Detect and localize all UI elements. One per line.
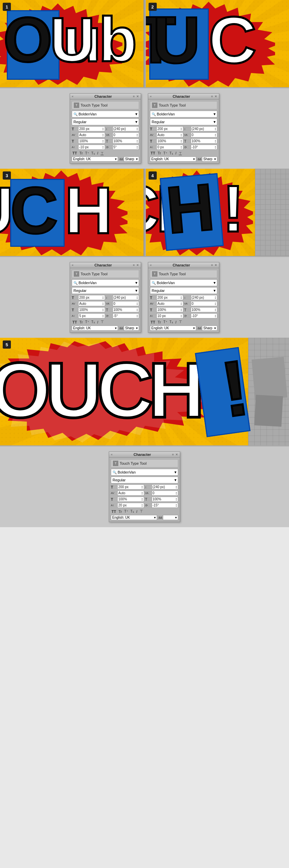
baseline-input-3[interactable]: 5 px ▲▼ (78, 313, 105, 318)
track-input-2[interactable]: 0 ▲▼ (191, 132, 218, 137)
leading-input-3[interactable]: (240 px) ▲▼ (113, 295, 139, 300)
hscale-input-5[interactable]: 100% ▲▼ (117, 497, 144, 502)
tt-btn-TT-4[interactable]: TT (150, 320, 156, 325)
cp-expand-icon-3[interactable]: « (72, 263, 73, 267)
tt-btn-Tr-5[interactable]: Tr (118, 509, 122, 514)
font-style-1[interactable]: Regular ▾ (72, 118, 139, 125)
aa-select-1[interactable]: Sharp ▾ (124, 156, 139, 162)
tt-btn-Tplus-2[interactable]: T⁺ (163, 151, 168, 155)
tt-btn-line-2[interactable]: ⊤ (178, 151, 183, 155)
kern-input-1[interactable]: Auto ▲▼ (78, 132, 105, 137)
tt-btn-T1-2[interactable]: T₁ (169, 151, 174, 155)
tt-btn-T1-4[interactable]: T₁ (169, 320, 174, 324)
tt-btn-I-2[interactable]: I (175, 151, 177, 155)
vscale-input-3[interactable]: 100% ▲▼ (113, 307, 139, 312)
rotation-input-3[interactable]: -5° ▲▼ (113, 313, 139, 318)
tt-btn-I-5[interactable]: I (136, 509, 138, 514)
menu-icon-3[interactable]: ≡ (133, 263, 135, 267)
double-arrow-icon-2[interactable]: « (150, 95, 152, 98)
tt-btn-TT-5[interactable]: TT (111, 509, 117, 514)
font-search-5[interactable]: 🔍 BoldenVan ▾ (111, 469, 178, 476)
font-search-4[interactable]: 🔍 BoldenVan ▾ (150, 279, 217, 286)
double-arrow-icon-5[interactable]: « (111, 453, 113, 456)
tt-btn-T1-5[interactable]: T₁ (130, 509, 135, 514)
language-select-3[interactable]: English: UK ▾ (72, 326, 118, 331)
track-input-3[interactable]: 0 ▲▼ (113, 301, 139, 306)
vscale-input-5[interactable]: 100% ▲▼ (152, 497, 178, 502)
font-search-1[interactable]: 🔍 BoldenVan ▾ (72, 111, 139, 117)
double-arrow-icon-4[interactable]: « (150, 263, 152, 267)
baseline-input-5[interactable]: 20 px ▲▼ (117, 503, 144, 508)
rotation-input-2[interactable]: -10° ▲▼ (191, 145, 218, 150)
leading-input-2[interactable]: (240 px) ▲▼ (191, 126, 218, 131)
font-size-input-3[interactable]: 200 px ▲▼ (78, 295, 105, 300)
language-select-5[interactable]: English: UK ▾ (111, 515, 157, 520)
font-dropdown-arrow-3[interactable]: ▾ (135, 280, 137, 285)
font-style-3[interactable]: Regular ▾ (72, 287, 139, 294)
font-size-input-5[interactable]: 200 px ▲▼ (117, 484, 144, 490)
aa-select-4[interactable]: Sharp ▾ (202, 326, 217, 331)
kern-input-2[interactable]: Auto ▲▼ (156, 132, 183, 137)
kern-input-4[interactable]: Auto ▲▼ (156, 301, 183, 306)
menu-icon-5[interactable]: ≡ (172, 453, 174, 456)
leading-input-5[interactable]: (240 px) ▲▼ (152, 484, 178, 490)
cp-expand-icon-4[interactable]: « (150, 263, 152, 267)
rotation-input-5[interactable]: -15° ▲▼ (152, 503, 178, 508)
rotation-input-1[interactable]: 5° ▲▼ (113, 145, 139, 150)
tt-btn-Tplus-3[interactable]: T⁺ (84, 320, 89, 324)
touch-type-tool-btn-3[interactable]: T Touch Type Tool (72, 270, 139, 278)
vscale-input-2[interactable]: 100% ▲▼ (191, 138, 218, 144)
tt-btn-T1-1[interactable]: T₁ (91, 151, 96, 155)
baseline-input-4[interactable]: 10 px ▲▼ (156, 313, 183, 318)
leading-input-4[interactable]: (240 px) ▲▼ (191, 295, 218, 300)
vscale-input-1[interactable]: 100% ▲▼ (113, 138, 139, 144)
menu-icon-2[interactable]: ≡ (211, 95, 213, 98)
baseline-input-1[interactable]: -10 px ▲▼ (78, 145, 105, 150)
font-style-5[interactable]: Regular ▾ (111, 477, 178, 483)
vscale-input-4[interactable]: 100% ▲▼ (191, 307, 218, 312)
cp-expand-icon-5[interactable]: « (111, 453, 113, 456)
tt-btn-Tr-2[interactable]: Tr (157, 151, 162, 155)
font-search-3[interactable]: 🔍 BoldenVan ▾ (72, 279, 139, 286)
font-dropdown-arrow-4[interactable]: ▾ (214, 280, 216, 285)
tt-btn-I-4[interactable]: I (175, 320, 177, 325)
tt-btn-Tplus-1[interactable]: T⁺ (84, 151, 89, 155)
tt-btn-Tr-1[interactable]: Tr (79, 151, 83, 155)
font-dropdown-arrow-2[interactable]: ▾ (214, 112, 216, 116)
font-style-2[interactable]: Regular ▾ (150, 118, 217, 125)
menu-icon-1[interactable]: ≡ (133, 95, 135, 98)
cp-expand-icon-1[interactable]: « (72, 95, 73, 98)
font-size-input-1[interactable]: 200 px ▲▼ (78, 126, 105, 131)
language-select-1[interactable]: English: UK ▾ (72, 156, 118, 162)
tt-btn-I-3[interactable]: I (97, 320, 99, 325)
leading-input-1[interactable]: (240 px) ▲▼ (113, 126, 139, 131)
double-arrow-icon-1[interactable]: « (72, 95, 73, 98)
hscale-input-1[interactable]: 100% ▲▼ (78, 138, 105, 144)
font-size-input-4[interactable]: 200 px ▲▼ (156, 295, 183, 300)
tt-btn-Tplus-5[interactable]: T⁺ (123, 509, 129, 514)
tt-btn-line-1[interactable]: ⊤ (100, 151, 104, 155)
tt-btn-line-5[interactable]: ⊤ (139, 509, 144, 514)
close-icon-2[interactable]: ✕ (215, 95, 217, 98)
language-select-2[interactable]: English: UK ▾ (150, 156, 196, 162)
tt-btn-Tr-3[interactable]: Tr (79, 320, 83, 325)
track-input-1[interactable]: 0 ▲▼ (113, 132, 139, 137)
font-style-4[interactable]: Regular ▾ (150, 287, 217, 294)
font-dropdown-arrow-1[interactable]: ▾ (135, 112, 137, 116)
touch-type-tool-btn-2[interactable]: T Touch Type Tool (150, 101, 217, 109)
tt-btn-TT-2[interactable]: TT (150, 151, 156, 155)
menu-icon-4[interactable]: ≡ (211, 263, 213, 267)
tt-btn-Tr-4[interactable]: Tr (157, 320, 162, 325)
track-input-4[interactable]: 0 ▲▼ (191, 301, 218, 306)
rotation-input-4[interactable]: -10° ▲▼ (191, 313, 218, 318)
hscale-input-2[interactable]: 100% ▲▼ (156, 138, 183, 144)
font-search-2[interactable]: 🔍 BoldenVan ▾ (150, 111, 217, 117)
close-icon-5[interactable]: ✕ (175, 453, 178, 456)
tt-btn-T1-3[interactable]: T₁ (91, 320, 96, 324)
touch-type-tool-btn-4[interactable]: T Touch Type Tool (150, 270, 217, 278)
hscale-input-3[interactable]: 100% ▲▼ (78, 307, 105, 312)
font-dropdown-arrow-5[interactable]: ▾ (174, 470, 176, 475)
close-icon-3[interactable]: ✕ (136, 263, 139, 267)
aa-select-3[interactable]: Sharp ▾ (124, 326, 139, 331)
tt-btn-line-3[interactable]: ⊤ (100, 319, 105, 325)
